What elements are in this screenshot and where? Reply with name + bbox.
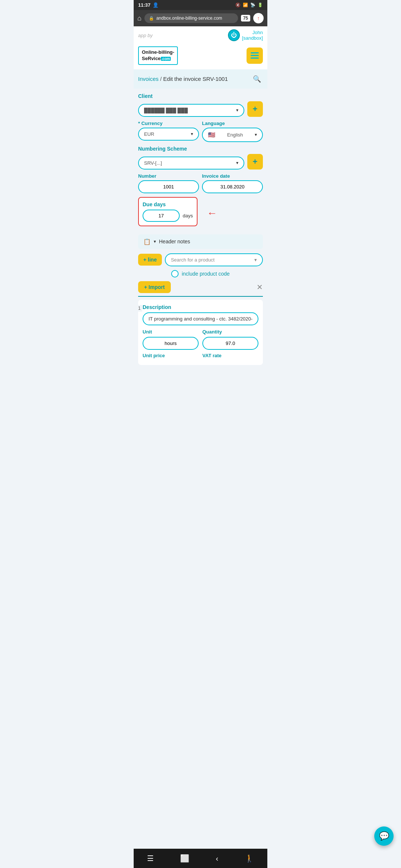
- number-input[interactable]: [138, 180, 199, 193]
- language-field: Language 🇺🇸 English ▾: [202, 121, 263, 142]
- url-bar[interactable]: 🔒 andbox.online-billing-service.com: [144, 13, 238, 23]
- numbering-scheme-value: SRV-[...]: [144, 160, 162, 166]
- vat-rate-label: VAT rate: [202, 353, 258, 358]
- line-item-section: 1 Description Unit Quantity Unit price V…: [138, 300, 263, 365]
- client-value: ██████ ███ ███: [144, 108, 188, 113]
- due-days-input-row: days: [143, 210, 193, 222]
- client-select[interactable]: ██████ ███ ███ ▾: [138, 104, 244, 117]
- menu-line-3: [251, 57, 259, 59]
- unit-label: Unit: [143, 329, 199, 335]
- import-button[interactable]: + Import: [138, 281, 171, 293]
- home-icon[interactable]: ⌂: [137, 14, 141, 22]
- include-product-code-row: include product code: [138, 270, 263, 277]
- plus-line-label: + line: [143, 257, 157, 263]
- unit-qty-row: Unit Quantity: [143, 329, 258, 350]
- qty-col: Quantity: [202, 329, 258, 350]
- invoice-date-field: Invoice date: [202, 173, 263, 193]
- product-search-select[interactable]: Search for a product ▾: [165, 253, 263, 266]
- due-days-input[interactable]: [143, 210, 180, 222]
- chevron-down-icon: ▾: [255, 132, 257, 137]
- menu-line-2: [251, 55, 259, 56]
- url-text: andbox.online-billing-service.com: [156, 16, 222, 21]
- import-row: + Import ✕: [138, 281, 263, 293]
- chevron-down-icon: ▾: [254, 257, 257, 263]
- notes-icon: 📋: [143, 238, 151, 245]
- due-days-container: Due days days ←: [138, 197, 263, 230]
- unit-col: Unit: [143, 329, 199, 350]
- status-time: 11:37: [138, 2, 150, 8]
- client-field-row: ██████ ███ ███ ▾ +: [138, 101, 263, 117]
- power-icon[interactable]: ⏻: [228, 29, 240, 41]
- unit-input[interactable]: [143, 337, 199, 350]
- logo-menu-row: Online-billing- SeRvice.com: [134, 44, 267, 69]
- currency-field: * Currency EUR ▾: [138, 121, 199, 142]
- description-label: Description: [143, 304, 258, 310]
- add-scheme-button[interactable]: +: [247, 154, 263, 170]
- menu-button[interactable]: [247, 47, 263, 64]
- mute-icon: 🔇: [235, 3, 241, 7]
- header-notes-label: Header notes: [159, 239, 190, 244]
- red-arrow-indicator: ←: [207, 207, 217, 219]
- upload-icon[interactable]: ↑: [253, 13, 264, 23]
- battery-icon: 🔋: [258, 3, 263, 7]
- numbering-scheme-select[interactable]: SRV-[...] ▾: [138, 157, 244, 170]
- client-label: Client: [138, 93, 263, 99]
- quantity-label: Quantity: [202, 329, 258, 335]
- chevron-down-icon: ▾: [191, 131, 193, 137]
- chevron-down-icon: ▾: [154, 239, 156, 244]
- numbering-scheme-label: Numbering Scheme: [138, 146, 263, 152]
- search-icon[interactable]: 🔍: [251, 73, 263, 85]
- main-content: Client ██████ ███ ███ ▾ + * Currency EUR…: [134, 89, 267, 369]
- currency-label: * Currency: [138, 121, 199, 126]
- app-header: app by ⏻ John [sandbox]: [134, 26, 267, 44]
- unit-price-label: Unit price: [143, 353, 199, 358]
- breadcrumb-text: Invoices / Edit the invoice SRV-1001: [138, 76, 228, 82]
- import-label: + Import: [144, 284, 165, 290]
- numbering-scheme-row: SRV-[...] ▾ +: [138, 154, 263, 170]
- tab-count[interactable]: 75: [241, 15, 250, 22]
- current-page: Edit the invoice SRV-1001: [163, 76, 228, 82]
- include-product-code-radio[interactable]: [171, 270, 179, 277]
- add-client-button[interactable]: +: [247, 101, 263, 117]
- description-input[interactable]: [143, 312, 258, 325]
- browser-bar: ⌂ 🔒 andbox.online-billing-service.com 75…: [134, 10, 267, 26]
- lock-icon: 🔒: [149, 16, 154, 21]
- currency-value: EUR: [144, 131, 154, 137]
- status-user-icon: 👤: [153, 2, 159, 8]
- signal-icon: 📡: [250, 3, 255, 7]
- header-notes-section[interactable]: 📋 ▾ Header notes: [138, 234, 263, 249]
- invoice-date-label: Invoice date: [202, 173, 263, 179]
- line-number: 1: [137, 305, 142, 312]
- quantity-input[interactable]: [202, 337, 258, 350]
- breadcrumb-separator: /: [160, 76, 163, 82]
- number-date-row: Number Invoice date: [138, 173, 263, 193]
- currency-select[interactable]: EUR ▾: [138, 128, 199, 141]
- user-name: John [sandbox]: [242, 30, 263, 41]
- due-days-label: Due days: [143, 201, 193, 207]
- number-label: Number: [138, 173, 199, 179]
- vat-rate-col: VAT rate: [202, 353, 258, 361]
- language-select[interactable]: 🇺🇸 English ▾: [202, 128, 263, 142]
- unit-price-vat-row: Unit price VAT rate: [143, 353, 258, 361]
- divider: [138, 296, 263, 297]
- language-label: Language: [202, 121, 263, 126]
- invoice-date-input[interactable]: [202, 180, 263, 193]
- close-icon[interactable]: ✕: [257, 283, 263, 292]
- product-search-placeholder: Search for a product: [171, 257, 215, 263]
- currency-language-row: * Currency EUR ▾ Language 🇺🇸 English ▾: [138, 121, 263, 142]
- user-info: ⏻ John [sandbox]: [228, 29, 263, 41]
- unit-price-col: Unit price: [143, 353, 199, 361]
- number-field: Number: [138, 173, 199, 193]
- product-row: + line Search for a product ▾: [138, 253, 263, 266]
- flag-icon: 🇺🇸: [208, 131, 215, 138]
- status-bar: 11:37 👤 🔇 📶 📡 🔋: [134, 0, 267, 10]
- invoices-link[interactable]: Invoices: [138, 76, 159, 82]
- add-line-button[interactable]: + line: [138, 254, 162, 266]
- app-logo: Online-billing- SeRvice.com: [138, 46, 178, 65]
- wifi-icon: 📶: [243, 3, 248, 7]
- menu-line-1: [251, 52, 259, 53]
- chevron-down-icon: ▾: [236, 108, 238, 113]
- breadcrumb: Invoices / Edit the invoice SRV-1001 🔍: [134, 69, 267, 89]
- chevron-down-icon: ▾: [236, 160, 238, 165]
- language-value: English: [227, 132, 243, 138]
